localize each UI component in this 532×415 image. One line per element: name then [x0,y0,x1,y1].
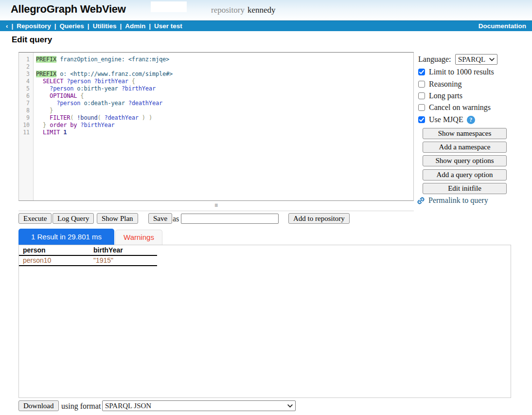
query-editor[interactable]: 1234567891011 PREFIX franzOption_engine:… [18,52,414,201]
repository-name: kennedy [248,5,276,15]
tab-results[interactable]: 1 Result in 29.801 ms [18,229,114,245]
line-number: 11 [19,129,33,136]
checkbox-row-long-parts: Long parts [418,91,462,101]
limit-results-checkbox[interactable] [418,69,425,75]
long-parts-checkbox[interactable] [418,92,425,99]
code-line[interactable]: ?person o:birth-year ?birthYear [36,85,413,92]
code-line[interactable]: PREFIX o: <http://www.franz.com/simple#> [36,71,413,78]
line-number: 8 [19,107,33,114]
code-line[interactable]: SELECT ?person ?birthYear { [36,78,413,85]
code-token [36,85,50,92]
code-token [36,92,50,99]
save-name-input[interactable] [181,214,279,224]
main-navbar: ‹ | Repository | Queries | Utilities | A… [0,20,532,31]
code-token: ) [149,114,152,121]
save-button[interactable]: Save [148,213,172,224]
page-title: Edit query [12,35,52,45]
nav-separator: | [88,22,89,30]
code-line[interactable]: PREFIX franzOption_engine: <franz:mjqe> [36,56,413,63]
nav-separator: | [12,22,14,30]
add-a-query-option-button[interactable]: Add a query option [423,169,507,180]
editor-gutter: 1234567891011 [19,53,34,200]
code-token [125,56,128,63]
code-token [36,100,56,107]
editor-resize-handle[interactable]: ≡ [18,201,414,211]
permalink-label: Permalink to query [428,196,488,205]
code-token: ) [142,114,145,121]
help-icon[interactable]: ? [467,116,475,124]
language-value: SPARQL [458,55,485,64]
download-button[interactable]: Download [18,400,59,411]
code-line[interactable]: FILTER( !bound( ?deathYear ) ) [36,114,413,122]
code-token [139,114,142,121]
code-token: ?deathYear [128,100,162,107]
results-header-row: person birthYear [19,246,157,255]
tab-warnings[interactable]: Warnings [115,230,162,245]
code-token [36,129,43,136]
editor-code[interactable]: PREFIX franzOption_engine: <franz:mjqe> … [34,53,413,200]
language-select[interactable]: SPARQL [455,54,497,65]
execute-button[interactable]: Execute [18,213,52,224]
line-number: 3 [19,71,33,78]
code-token: { [132,78,135,85]
log-query-button[interactable]: Log Query [53,213,94,224]
result-cell-person[interactable]: person10 [19,255,89,266]
code-token: } [50,107,53,114]
use-mjqe-label: Use MJQE [429,115,463,124]
code-token [128,78,132,85]
show-plan-button[interactable]: Show Plan [97,213,138,224]
line-number: 10 [19,122,33,129]
download-format-value: SPARQL JSON [105,402,151,410]
code-token: ?person [50,85,73,92]
column-header-person: person [19,246,89,255]
cancel-on-warnings-checkbox[interactable] [418,104,425,111]
code-token [36,107,50,114]
nav-item-queries[interactable]: Queries [60,22,84,30]
nav-separator: | [149,22,151,30]
nav-item-user-test[interactable]: User test [154,22,182,30]
app-header: AllegroGraph WebView repositorykennedy [0,0,532,20]
language-label: Language: [418,55,451,64]
nav-item-admin[interactable]: Admin [125,22,145,30]
show-namespaces-button[interactable]: Show namespaces [423,128,507,139]
code-token: <franz:mjqe> [128,56,169,63]
code-token: ( [97,114,101,121]
code-line[interactable] [36,63,413,71]
line-number: 9 [19,114,33,122]
add-a-namespace-button[interactable]: Add a namespace [423,142,507,153]
code-line[interactable]: } [36,107,413,114]
line-number: 7 [19,100,33,107]
line-number: 4 [19,78,33,85]
checkbox-row-cancel-on-warnings: Cancel on warnings [418,103,491,112]
add-to-repository-button[interactable]: Add to repository [288,213,350,224]
code-line[interactable]: LIMIT 1 [36,129,413,136]
download-format-select[interactable]: SPARQL JSON [102,400,296,411]
permalink-to-query-link[interactable]: Permalink to query [417,196,488,205]
reasoning-checkbox[interactable] [418,81,425,88]
code-line[interactable]: ?person o:death-year ?deathYear [36,100,413,107]
code-token: PREFIX [36,56,56,63]
code-token: 1 [63,129,67,136]
checkbox-row-reasoning: Reasoning [418,79,462,89]
code-token [145,114,149,121]
code-token: o:birth-year [77,85,118,92]
line-number: 6 [19,92,33,100]
code-token: ?birthYear [94,78,128,85]
line-number: 2 [19,63,33,71]
nav-item-repository[interactable]: Repository [17,22,51,30]
nav-documentation-link[interactable]: Documentation [479,22,526,30]
edit-initfile-button[interactable]: Edit initfile [423,183,507,194]
code-token: LIMIT [43,129,60,136]
code-token [125,100,128,107]
use-mjqe-checkbox[interactable] [418,116,425,123]
reasoning-label: Reasoning [429,80,462,89]
code-line[interactable]: OPTIONAL { [36,92,413,100]
code-token: ?person [56,100,80,107]
back-chevron-icon[interactable]: ‹ [6,22,8,30]
code-token: !bound [77,114,97,121]
show-query-options-button[interactable]: Show query options [423,155,507,166]
code-line[interactable]: } order by ?birthYear [36,122,413,129]
chevron-down-icon [287,404,293,408]
nav-item-utilities[interactable]: Utilities [93,22,117,30]
results-panel: person birthYear person10 "1915" [18,245,511,398]
